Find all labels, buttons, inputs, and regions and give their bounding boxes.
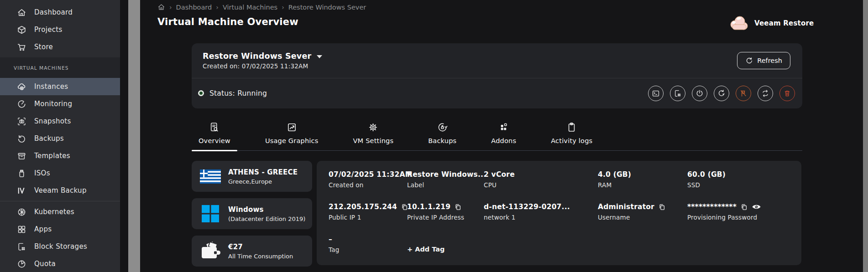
add-tag-button[interactable]: + Add Tag	[407, 246, 444, 253]
tab-usage-graphics[interactable]: Usage Graphics	[258, 118, 325, 150]
tab-backups[interactable]: Backups	[421, 118, 463, 150]
vm-detail-card: 07/02/2025 11:32AM Created on Restore Wi…	[317, 161, 801, 265]
username-value: Administrator	[598, 203, 654, 211]
sidebar-item-projects[interactable]: Projects	[0, 21, 120, 38]
summary-cards: ATHENS - GREECE Greece,Europe Windows (D…	[192, 161, 312, 267]
private-ip-value: 10.1.1.219	[407, 203, 450, 211]
detail-row-1: 07/02/2025 11:32AM Created on Restore Wi…	[329, 170, 790, 189]
disk-icon	[17, 169, 26, 178]
cube-icon	[17, 25, 26, 35]
sidebar-item-label: ISOs	[34, 169, 50, 177]
created-on-value: 07/02/2025 11:32AM	[329, 170, 407, 179]
region-card[interactable]: ATHENS - GREECE Greece,Europe	[192, 161, 312, 192]
copy-icon[interactable]	[659, 204, 665, 210]
ssd-value: 60.0 (GB)	[687, 170, 790, 179]
addons-icon	[498, 122, 509, 133]
transfer-button[interactable]	[758, 86, 773, 101]
tab-activity-logs[interactable]: Activity logs	[544, 118, 599, 150]
sidebar-item-label: Dashboard	[34, 8, 73, 16]
breadcrumb-virtual-machines[interactable]: Virtual Machines	[223, 4, 277, 11]
password-label: Provisioning Password	[687, 214, 790, 221]
sidebar-scrollbar[interactable]	[128, 0, 140, 272]
windows-logo-icon	[199, 205, 221, 222]
backup-lock-icon	[437, 122, 448, 133]
sidebar-item-snapshots[interactable]: Snapshots	[0, 113, 120, 130]
sidebar-item-backups[interactable]: Backups	[0, 130, 120, 147]
flag-disabled-button[interactable]	[736, 86, 751, 101]
sidebar-item-veeam-backup[interactable]: Veeam Backup	[0, 182, 120, 199]
private-ip-label: Private IP Address	[407, 214, 484, 221]
tab-vm-settings[interactable]: VM Settings	[346, 118, 401, 150]
chevron-down-icon	[317, 55, 322, 58]
label-label: Label	[407, 181, 484, 189]
storage-files-button[interactable]	[670, 86, 685, 101]
tab-addons[interactable]: Addons	[484, 118, 523, 150]
vm-tabs: Overview Usage Graphics VM Settings Back…	[192, 118, 802, 151]
os-card[interactable]: Windows (Datacenter Edition 2019)	[192, 198, 312, 229]
cart-icon	[17, 42, 26, 52]
home-icon	[17, 8, 26, 17]
gauge-icon	[17, 99, 26, 109]
public-ip-label: Public IP 1	[329, 214, 407, 221]
detail-row-3: – Tag + Add Tag	[329, 235, 790, 253]
vm-action-buttons	[648, 86, 795, 101]
sidebar-item-kubernetes[interactable]: Kubernetes	[0, 203, 120, 221]
sidebar-item-label: Snapshots	[34, 117, 71, 125]
eye-icon[interactable]	[752, 203, 761, 210]
breadcrumb: Dashboard Virtual Machines Restore Windo…	[157, 3, 366, 11]
status-text: Status: Running	[209, 89, 267, 98]
restart-button[interactable]	[714, 86, 729, 101]
region-name: ATHENS - GREECE	[228, 168, 298, 176]
pie-chart-icon	[17, 259, 26, 269]
consumption-card[interactable]: €27 All Time Consumption	[192, 236, 312, 267]
sidebar-item-apps[interactable]: Apps	[0, 221, 120, 238]
sidebar-item-isos[interactable]: ISOs	[0, 164, 120, 182]
sidebar-item-store[interactable]: Store	[0, 38, 120, 56]
grid-icon	[17, 225, 26, 234]
public-ip-value: 212.205.175.244	[329, 203, 397, 211]
consumption-label: All Time Consumption	[228, 253, 293, 260]
refresh-button[interactable]: Refresh	[737, 52, 790, 69]
sidebar-item-block-storages[interactable]: Block Storages	[0, 238, 120, 255]
refresh-icon	[745, 57, 753, 65]
breadcrumb-separator	[282, 4, 284, 11]
copy-icon[interactable]	[741, 204, 748, 210]
sidebar-section-virtual-machines: VIRTUAL MACHINES	[0, 57, 120, 78]
tab-overview[interactable]: Overview	[192, 118, 237, 150]
sidebar-item-quota[interactable]: Quota	[0, 255, 120, 272]
block-storage-icon	[17, 242, 26, 251]
delete-button[interactable]	[779, 86, 795, 101]
breadcrumb-home-icon[interactable]	[157, 3, 165, 11]
wallet-icon	[199, 241, 221, 261]
breadcrumb-dashboard[interactable]: Dashboard	[176, 4, 212, 11]
vm-name-dropdown[interactable]: Restore Windows Sever	[203, 51, 322, 61]
sidebar-item-dashboard[interactable]: Dashboard	[0, 4, 120, 21]
kubernetes-wheel-icon	[17, 207, 26, 217]
sidebar-item-label: Monitoring	[34, 100, 72, 108]
console-button[interactable]	[648, 86, 664, 101]
main-content: Dashboard Virtual Machines Restore Windo…	[140, 0, 863, 272]
sidebar-item-label: Quota	[34, 260, 56, 268]
copy-icon[interactable]	[455, 204, 461, 210]
ram-value: 4.0 (GB)	[598, 170, 687, 179]
cpu-value: 2 vCore	[484, 170, 598, 179]
sidebar-item-monitoring[interactable]: Monitoring	[0, 95, 120, 113]
power-button[interactable]	[692, 86, 707, 101]
greece-flag-icon	[199, 169, 221, 184]
veeam-cloud-icon	[729, 15, 749, 32]
page-scrollbar[interactable]	[863, 0, 868, 272]
sidebar-item-label: Backups	[34, 134, 64, 143]
sidebar-item-instances[interactable]: Instances	[0, 78, 120, 95]
cpu-label: CPU	[484, 181, 598, 189]
sidebar-item-label: Kubernetes	[34, 208, 74, 216]
vm-panel-header: Restore Windows Sever Created on: 07/02/…	[192, 43, 802, 78]
archive-box-icon	[17, 151, 26, 161]
status-running-dot	[198, 90, 204, 96]
network-value: d-net-113229-0207...	[484, 203, 598, 211]
sidebar-item-templates[interactable]: Templates	[0, 147, 120, 164]
region-location: Greece,Europe	[228, 178, 298, 185]
ram-label: RAM	[598, 181, 687, 189]
brand-label: Veeam Restore	[754, 19, 814, 27]
sidebar-divider	[0, 201, 120, 201]
restore-arrow-icon	[17, 134, 26, 144]
